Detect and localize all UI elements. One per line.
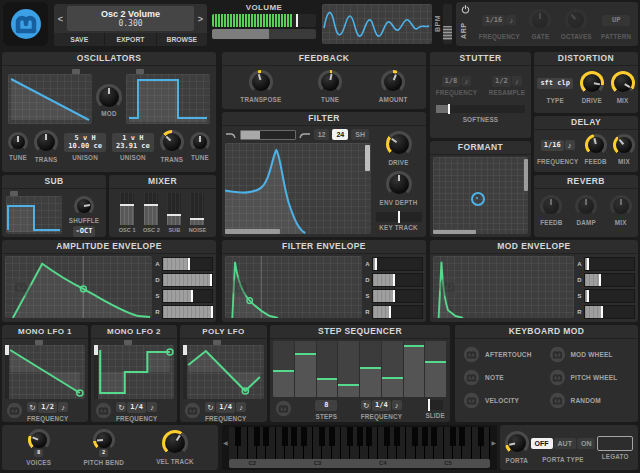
mixer-sub-slider[interactable] [167,193,181,225]
reverb-mix-knob[interactable] [610,195,632,217]
vel-track-control[interactable]: VEL TRACK [156,430,194,465]
black-key[interactable] [422,427,428,446]
osc2-tune-knob[interactable] [190,132,210,152]
black-key[interactable] [291,427,297,446]
osc1-tune-control[interactable]: TUNE [8,132,28,161]
poly-lfo-wave-selector-handle[interactable] [213,340,221,345]
black-key[interactable] [319,427,325,446]
stutter-resample-value[interactable]: 1/2 [492,76,511,87]
step-bar[interactable] [425,341,447,397]
black-key[interactable] [263,427,269,446]
osc1-unison-detune[interactable]: 10.00 ce [68,143,102,150]
step-bar[interactable] [404,341,426,397]
legato-toggle[interactable] [597,436,633,451]
retrigger-icon[interactable]: ↻ [27,402,37,412]
env-a-slider[interactable] [584,257,635,271]
tempo-sync-note-icon[interactable]: ♪ [506,15,516,25]
lfo2-amplitude-slider[interactable] [94,345,98,399]
black-key[interactable] [282,427,288,446]
retrigger-icon[interactable]: ↻ [361,400,371,410]
env-r-slider[interactable] [584,305,635,319]
osc2-unison-detune[interactable]: 23.91 ce [116,143,150,150]
delay-frequency-value[interactable]: 1/16 [541,140,564,151]
black-key[interactable] [431,427,437,446]
arp-octaves-control[interactable]: OCTAVES [561,9,592,40]
distortion-mix-control[interactable]: MIX [611,71,635,104]
helm-mod-source-icon[interactable] [463,392,480,409]
seq-slide-control[interactable]: SLIDE [425,400,445,419]
osc1-wave-selector-handle[interactable] [72,69,80,74]
reverb-feedback-knob[interactable] [540,195,562,217]
tempo-sync-note-icon[interactable]: ♪ [512,76,522,86]
env-a-slider[interactable] [372,257,423,271]
filter-env-depth-knob[interactable] [386,171,412,197]
arp-power-icon[interactable] [460,4,471,15]
lfo2-wave-selector-handle[interactable] [124,340,132,345]
env-a-slider[interactable] [162,257,213,271]
helm-mod-source-icon[interactable] [549,346,566,363]
filter-blend-slider[interactable] [240,130,296,140]
feedback-amount-control[interactable]: AMOUNT [379,70,408,103]
filter-key-track-control[interactable]: KEY TRACK [376,212,422,231]
lfo1-amplitude-slider[interactable] [5,345,9,399]
helm-mod-source-icon[interactable] [10,276,32,298]
osc2-unison-voices[interactable]: 1 v H [122,135,143,142]
vel-track-knob[interactable] [162,430,188,456]
filter-env-depth-control[interactable]: ENV DEPTH [380,171,418,206]
keyboard-mod-velocity[interactable]: VELOCITY [463,392,545,409]
env-d-slider[interactable] [162,273,213,287]
distortion-drive-control[interactable]: DRIVE [580,71,604,104]
black-key[interactable] [301,427,307,446]
patch-display[interactable]: Osc 2 Volume 0.300 [67,6,194,31]
osc1-unison-control[interactable]: 5 v H 10.00 ce UNISON [64,133,106,161]
env-s-slider[interactable] [372,289,423,303]
step-bar[interactable] [273,341,295,397]
env-d-slider[interactable] [584,273,635,287]
retrigger-icon[interactable]: ↻ [116,402,126,412]
volume-slider[interactable] [212,29,316,39]
export-button[interactable]: EXPORT [105,33,155,46]
filter-key-track-slider[interactable] [376,212,422,222]
osc1-transpose-control[interactable]: TRANS [34,130,58,163]
step-bar[interactable] [338,341,360,397]
feedback-tune-control[interactable]: TUNE [318,70,342,103]
helm-mod-source-icon[interactable] [549,392,566,409]
keyboard-mod-note[interactable]: NOTE [463,369,545,386]
distortion-type-value[interactable]: sft clp [537,78,573,89]
lfo-frequency-control[interactable]: ↻1/4♪FREQUENCY [205,402,246,422]
filter-pole-24-button[interactable]: 24 [332,129,348,140]
filter-shelf-button[interactable]: SH [351,129,369,140]
cross-mod-knob[interactable] [96,84,122,110]
keyboard-mod-aftertouch[interactable]: AFTERTOUCH [463,346,545,363]
mixer-noise-slider[interactable] [190,193,204,225]
helm-mod-source-icon[interactable] [549,369,566,386]
patch-next-button[interactable]: > [194,4,207,33]
poly-lfo-amplitude-slider[interactable] [183,345,187,399]
keyboard-scrollbar[interactable]: C2C3C4C5 [229,459,490,468]
porta-type-aut-button[interactable]: AUT [554,438,576,449]
step-bar[interactable] [295,341,317,397]
formant-x-slider[interactable] [433,230,476,234]
browse-button[interactable]: BROWSE [157,33,207,46]
porta-control[interactable]: PORTA [505,431,529,464]
lfo-frequency-value[interactable]: 1/4 [216,402,235,413]
black-key[interactable] [450,427,456,446]
tempo-sync-note-icon[interactable]: ♪ [565,140,575,150]
poly-lfo-display[interactable] [183,345,264,399]
black-key[interactable] [357,427,363,446]
env-r-slider[interactable] [162,305,213,319]
lfo-frequency-control[interactable]: ↻1/2♪FREQUENCY [27,402,68,422]
stutter-frequency-control[interactable]: 1/8♪ FREQUENCY [436,76,477,96]
helm-mod-source-icon[interactable] [184,402,201,419]
keyboard-mod-pitch-wheel[interactable]: PITCH WHEEL [549,369,631,386]
keyboard-scroll-left-icon[interactable]: ◀ [223,439,228,446]
helm-mod-source-icon[interactable] [230,276,252,298]
reverb-damp-control[interactable]: DAMP [575,195,597,226]
black-key[interactable] [384,427,390,446]
black-key[interactable] [235,427,241,446]
delay-mix-control[interactable]: MIX [613,134,635,165]
helm-mod-source-icon[interactable] [463,346,480,363]
feedback-transpose-control[interactable]: TRANSPOSE [240,70,281,103]
stutter-softness-slider[interactable] [436,105,525,113]
voices-control[interactable]: 8 VOICES [26,429,51,466]
